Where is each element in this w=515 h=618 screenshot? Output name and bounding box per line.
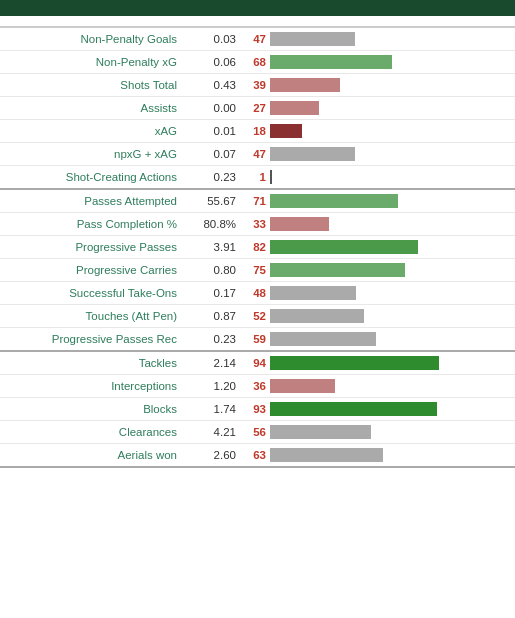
percentile-bar — [270, 240, 418, 254]
section-1: Passes Attempted 55.67 71 Pass Completio… — [0, 190, 515, 352]
table-row: Assists 0.00 27 — [0, 97, 515, 120]
table-row: Pass Completion % 80.8% 33 — [0, 213, 515, 236]
per90-value: 3.91 — [185, 241, 240, 253]
table-row: xAG 0.01 18 — [0, 120, 515, 143]
percentile-value: 52 — [240, 310, 270, 322]
stat-name: Non-Penalty Goals — [0, 33, 185, 45]
percentile-bar — [270, 286, 356, 300]
percentile-bar — [270, 101, 319, 115]
bar-container — [270, 192, 515, 210]
per90-value: 0.80 — [185, 264, 240, 276]
stat-name: Aerials won — [0, 449, 185, 461]
bar-container — [270, 261, 515, 279]
table-row: Interceptions 1.20 36 — [0, 375, 515, 398]
percentile-value: 82 — [240, 241, 270, 253]
stat-name: Tackles — [0, 357, 185, 369]
percentile-bar — [270, 32, 355, 46]
percentile-bar — [270, 147, 355, 161]
percentile-bar — [270, 263, 405, 277]
table-row: Aerials won 2.60 63 — [0, 444, 515, 466]
bar-container — [270, 76, 515, 94]
stat-name: npxG + xAG — [0, 148, 185, 160]
percentile-bar — [270, 194, 398, 208]
percentile-bar — [270, 379, 335, 393]
percentile-bar — [270, 448, 383, 462]
bar-container — [270, 145, 515, 163]
per90-value: 1.74 — [185, 403, 240, 415]
bar-container — [270, 423, 515, 441]
percentile-value: 47 — [240, 148, 270, 160]
bar-container — [270, 284, 515, 302]
table-row: Clearances 4.21 56 — [0, 421, 515, 444]
stat-name: Non-Penalty xG — [0, 56, 185, 68]
stat-name: Shots Total — [0, 79, 185, 91]
percentile-bar — [270, 217, 329, 231]
section-0: Non-Penalty Goals 0.03 47 Non-Penalty xG… — [0, 28, 515, 190]
percentile-bar — [270, 124, 302, 138]
bar-container — [270, 307, 515, 325]
percentile-value: 18 — [240, 125, 270, 137]
percentile-value: 71 — [240, 195, 270, 207]
bar-container — [270, 377, 515, 395]
per90-value: 80.8% — [185, 218, 240, 230]
stat-name: xAG — [0, 125, 185, 137]
bar-container — [270, 215, 515, 233]
stat-name: Progressive Passes — [0, 241, 185, 253]
percentile-bar — [270, 78, 340, 92]
table-row: Non-Penalty Goals 0.03 47 — [0, 28, 515, 51]
percentile-value: 75 — [240, 264, 270, 276]
stat-name: Touches (Att Pen) — [0, 310, 185, 322]
table-row: Successful Take-Ons 0.17 48 — [0, 282, 515, 305]
stat-name: Passes Attempted — [0, 195, 185, 207]
percentile-value: 93 — [240, 403, 270, 415]
percentile-bar — [270, 309, 364, 323]
percentile-value: 47 — [240, 33, 270, 45]
table-row: Progressive Passes Rec 0.23 59 — [0, 328, 515, 350]
per90-value: 4.21 — [185, 426, 240, 438]
bar-container — [270, 122, 515, 140]
stat-name: Interceptions — [0, 380, 185, 392]
percentile-value: 59 — [240, 333, 270, 345]
percentile-bar — [270, 170, 272, 184]
per90-value: 2.60 — [185, 449, 240, 461]
table-row: Touches (Att Pen) 0.87 52 — [0, 305, 515, 328]
percentile-value: 1 — [240, 171, 270, 183]
header — [0, 0, 515, 16]
per90-value: 0.00 — [185, 102, 240, 114]
table-row: npxG + xAG 0.07 47 — [0, 143, 515, 166]
percentile-bar — [270, 402, 437, 416]
section-2: Tackles 2.14 94 Interceptions 1.20 36 Bl… — [0, 352, 515, 468]
bar-container — [270, 168, 515, 186]
per90-value: 2.14 — [185, 357, 240, 369]
percentile-bar — [270, 425, 371, 439]
table-row: Progressive Passes 3.91 82 — [0, 236, 515, 259]
percentile-bar — [270, 356, 439, 370]
per90-value: 0.17 — [185, 287, 240, 299]
per90-value: 0.43 — [185, 79, 240, 91]
percentile-value: 33 — [240, 218, 270, 230]
table-body: Non-Penalty Goals 0.03 47 Non-Penalty xG… — [0, 28, 515, 468]
bar-container — [270, 99, 515, 117]
bar-container — [270, 400, 515, 418]
percentile-bar — [270, 55, 392, 69]
percentile-value: 39 — [240, 79, 270, 91]
bar-container — [270, 30, 515, 48]
table-row: Passes Attempted 55.67 71 — [0, 190, 515, 213]
per90-value: 0.23 — [185, 333, 240, 345]
per90-value: 0.07 — [185, 148, 240, 160]
per90-value: 0.06 — [185, 56, 240, 68]
per90-value: 0.23 — [185, 171, 240, 183]
percentile-bar — [270, 332, 376, 346]
stat-name: Blocks — [0, 403, 185, 415]
table-row: Shot-Creating Actions 0.23 1 — [0, 166, 515, 188]
stat-name: Clearances — [0, 426, 185, 438]
percentile-value: 27 — [240, 102, 270, 114]
bar-container — [270, 446, 515, 464]
table-row: Blocks 1.74 93 — [0, 398, 515, 421]
stat-name: Progressive Carries — [0, 264, 185, 276]
percentile-value: 68 — [240, 56, 270, 68]
stat-name: Progressive Passes Rec — [0, 333, 185, 345]
percentile-value: 36 — [240, 380, 270, 392]
percentile-value: 63 — [240, 449, 270, 461]
table-row: Tackles 2.14 94 — [0, 352, 515, 375]
